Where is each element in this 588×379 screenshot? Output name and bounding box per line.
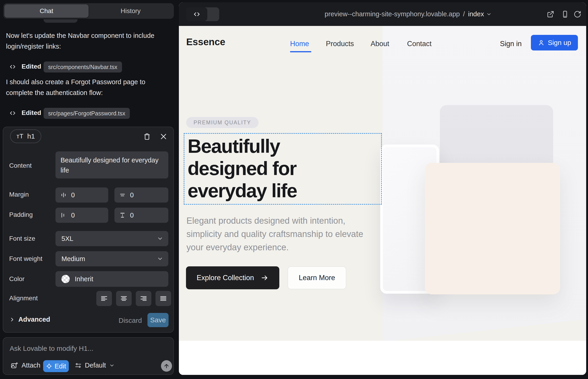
tab-chat[interactable]: Chat [4,4,89,18]
delete-element-button[interactable] [142,131,152,142]
save-button[interactable]: Save [147,313,169,327]
smartphone-icon [561,10,569,18]
padding-x-value: 0 [71,211,75,219]
site-logo[interactable]: Essence [186,36,225,47]
arrow-up-icon [163,363,170,369]
target-icon [46,363,52,369]
tab-chat-label: Chat [40,7,53,15]
color-label: Color [9,275,25,283]
refresh-button[interactable] [573,9,583,19]
nav-link-home[interactable]: Home [290,40,309,48]
chevron-down-icon [157,235,163,242]
color-select[interactable]: Inherit [56,271,168,287]
font-weight-label: Font weight [9,255,42,262]
learn-more-button[interactable]: Learn More [288,266,346,289]
sidebar-tabs: Chat History [3,3,174,19]
tab-history-label: History [121,7,140,15]
sign-up-button[interactable]: Sign up [531,35,578,50]
code-icon [9,110,16,117]
margin-label: Margin [9,191,29,198]
hero-heading-line: designed for [187,157,297,180]
attach-label: Attach [22,362,40,369]
refresh-icon [573,10,581,18]
margin-y-input[interactable]: 0 [114,188,168,203]
edit-label: Edit [55,363,66,370]
nav-home-underline [290,51,311,52]
padding-y-input[interactable]: 0 [114,208,168,223]
sliders-icon [75,362,82,369]
padding-x-input[interactable]: 0 [56,208,108,223]
explore-collection-label: Explore Collection [197,274,254,282]
code-toggle-active-segment [186,7,207,21]
sign-in-link[interactable]: Sign in [500,40,522,48]
align-left-icon [100,294,109,303]
advanced-label: Advanced [18,316,50,323]
open-in-new-tab-button[interactable] [545,9,556,19]
align-left-button[interactable] [96,291,112,306]
margin-y-value: 0 [130,191,134,199]
text-element-icon: тT [16,133,24,140]
mobile-preview-button[interactable] [560,9,570,19]
margin-x-input[interactable]: 0 [56,188,108,203]
edit-mode-button[interactable]: Edit [43,360,69,372]
chevron-down-icon [109,363,115,368]
url-domain: preview--charming-site-symphony.lovable.… [325,10,460,18]
content-label: Content [9,162,32,169]
preview-topbar: preview--charming-site-symphony.lovable.… [179,2,586,26]
padding-y-value: 0 [130,211,134,219]
arrow-right-icon [261,274,269,282]
edited-label: Edited [22,63,41,70]
file-path-chip[interactable]: src/pages/ForgotPassword.tsx [44,108,130,119]
close-icon [160,133,167,141]
premium-quality-badge: PREMIUM QUALITY [186,117,259,128]
discard-button[interactable]: Discard [119,316,142,324]
margin-x-value: 0 [71,191,75,199]
code-icon [193,11,201,18]
nav-link-products[interactable]: Products [326,40,354,48]
edited-file-row: Edited src/components/Navbar.tsx [0,62,174,73]
user-icon [538,39,545,46]
hero-description: Elegant products designed with intention… [186,214,374,254]
send-button[interactable] [161,360,172,372]
hero-heading[interactable]: Beautifully designed for everyday life [187,135,297,202]
nav-link-about[interactable]: About [371,40,389,48]
attach-image-icon [11,362,18,369]
font-size-value: 5XL [62,235,73,242]
attach-button[interactable]: Attach [11,362,40,369]
font-size-select[interactable]: 5XL [56,231,168,246]
default-mode-button[interactable]: Default [75,362,115,369]
code-icon [9,63,16,70]
chat-composer: Ask Lovable to modify H1... Attach Edit … [3,337,174,375]
nav-link-contact[interactable]: Contact [407,40,432,48]
hero-heading-line: Beautifully [187,135,297,157]
explore-collection-button[interactable]: Explore Collection [186,266,279,289]
font-weight-value: Medium [62,255,85,263]
font-size-label: Font size [9,235,35,242]
file-path-chip[interactable]: src/components/Navbar.tsx [44,62,122,73]
content-input[interactable]: Beautifully designed for everyday life [56,151,168,178]
advanced-toggle[interactable]: Advanced [9,316,50,323]
padding-label: Padding [9,211,33,218]
code-view-toggle[interactable] [186,7,219,21]
color-value: Inherit [75,275,93,283]
chat-sidebar: Chat History Now let's update the Navbar… [0,0,178,379]
url-separator: / [463,10,465,18]
font-weight-select[interactable]: Medium [56,251,168,266]
close-panel-button[interactable] [158,131,169,142]
color-swatch-transparent [62,275,70,283]
align-justify-button[interactable] [155,291,171,306]
learn-more-label: Learn More [299,274,335,282]
preview-url-dropdown[interactable]: preview--charming-site-symphony.lovable.… [298,2,518,26]
margin-vertical-icon [119,191,126,198]
selected-element-tag[interactable]: тT h1 [10,129,41,143]
element-editor-panel: тT h1 Content Beautifully designed for e… [3,127,174,333]
padding-vertical-icon [119,212,126,219]
align-center-icon [119,294,128,303]
sign-up-label: Sign up [548,39,571,47]
chat-input[interactable]: Ask Lovable to modify H1... [10,345,93,352]
tab-history[interactable]: History [89,4,173,18]
align-justify-icon [159,294,168,303]
hero-section: Essence Home Products About Contact Sign… [179,26,586,341]
align-center-button[interactable] [116,291,132,306]
align-right-button[interactable] [136,291,151,306]
